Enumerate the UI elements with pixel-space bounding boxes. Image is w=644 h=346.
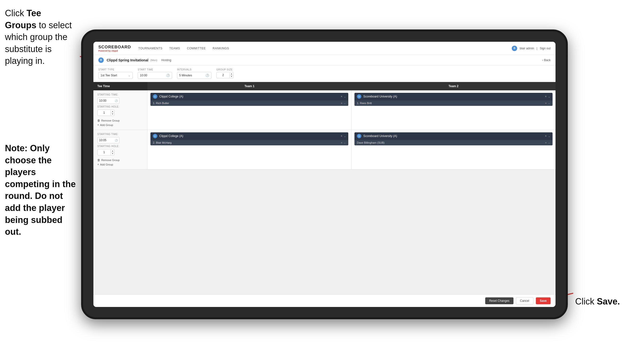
player-remove-2-2[interactable]: × [545, 141, 547, 144]
controls-row: Start Type 1st Tee Start ⌄ Start Time 10… [94, 65, 556, 82]
stepper-down-button[interactable]: ▼ [230, 75, 233, 78]
chevron-down-icon: ⌄ [128, 74, 130, 77]
annotation-top-bold: Tee Groups [5, 8, 41, 30]
hole-stepper-down-1[interactable]: ▼ [111, 113, 114, 115]
intervals-input[interactable]: 5 Minutes 🕐 [177, 72, 212, 79]
team2-name-2: Scoreboard University (A) [363, 134, 543, 138]
footer-bar: Reset Changes Cancel Save [94, 295, 556, 307]
starting-hole-stepper-1[interactable]: 1 ▲ ▼ [97, 109, 114, 116]
team1-name-2: Clippd College (A) [159, 134, 339, 138]
plus-icon: + [97, 123, 99, 127]
navbar-right: B blair admin | Sign out [512, 46, 550, 51]
add-group-button-2[interactable]: + Add Group [97, 163, 143, 166]
team2-col-2: S Scoreboard University (A) × ⌄ Dave Bil… [352, 130, 556, 169]
col-team2: Team 2 [352, 82, 556, 90]
sign-out-link[interactable]: Sign out [540, 47, 550, 50]
table-header: Tee Time Team 1 Team 2 [94, 82, 556, 90]
player-name-1-2: 2. Blair McHarg [153, 141, 341, 144]
group-size-stepper[interactable]: 2 ▲ ▼ [216, 72, 234, 78]
remove-group-button-2[interactable]: 🗑 Remove Group [97, 158, 143, 162]
team2-chevron-1: ⌄ [548, 95, 550, 98]
annotation-bottom-left: Note: Only choose the players competing … [0, 142, 81, 238]
annotation-save-bold: Save. [597, 296, 620, 307]
team1-logo-2: C [153, 134, 157, 138]
start-time-input[interactable]: 10:00 🕐 [138, 72, 172, 79]
main-nav: TOURNAMENTS TEAMS COMMITTEE RANKINGS [138, 47, 512, 50]
col-team1: Team 1 [148, 82, 352, 90]
starting-hole-label-1: STARTING HOLE: [97, 105, 143, 108]
team1-remove-2[interactable]: × [341, 134, 342, 138]
team1-col-2: C Clippd College (A) × ⌄ 2. Blair McHarg… [148, 130, 352, 169]
team1-name-1: Clippd College (A) [159, 95, 339, 98]
starting-time-input-1[interactable]: 10:00 🕐 [97, 97, 120, 104]
start-type-input[interactable]: 1st Tee Start ⌄ [98, 72, 133, 79]
user-name: blair admin [520, 47, 534, 50]
group-actions-1: 🗑 Remove Group + Add Group [97, 119, 143, 127]
player-actions-1-2: × ⌄ [341, 141, 346, 144]
team1-card-1[interactable]: C Clippd College (A) × ⌄ 1. Rich Butler … [150, 93, 348, 106]
team1-remove-1[interactable]: × [341, 95, 342, 98]
stepper-buttons: ▲ ▼ [230, 73, 233, 78]
nav-committee[interactable]: COMMITTEE [187, 47, 206, 50]
player-remove-2-1[interactable]: × [545, 102, 547, 105]
player-name-2-2: Dave Billingham (SUB) [357, 141, 545, 144]
team2-remove-2[interactable]: × [545, 134, 547, 138]
team2-header-2: S Scoreboard University (A) × ⌄ [354, 132, 552, 140]
starting-time-input-2[interactable]: 10:05 🕐 [97, 137, 120, 143]
annotation-bottom-left-text: Note: Only choose the players competing … [5, 143, 76, 237]
team2-card-1[interactable]: S Scoreboard University (A) × ⌄ 1. Rees … [354, 93, 552, 106]
hole-stepper-down-2[interactable]: ▼ [111, 152, 114, 155]
hole-stepper-buttons-1: ▲ ▼ [110, 110, 114, 115]
clock-icon-2: 🕐 [206, 74, 209, 77]
team2-remove-1[interactable]: × [545, 95, 547, 98]
annotation-top: Click Tee Groups to select which group t… [0, 0, 79, 74]
team1-actions-1: × ⌄ [341, 95, 346, 98]
player-chevron-1-1: ⌄ [344, 102, 346, 104]
group-actions-2: 🗑 Remove Group + Add Group [97, 158, 143, 166]
team1-chevron-1: ⌄ [344, 95, 346, 98]
player-remove-1-2[interactable]: × [341, 141, 342, 144]
tournament-gender: (Men) [150, 59, 158, 62]
player-row-2-1: 1. Rees Britt × ⌄ [354, 100, 552, 106]
add-group-button-1[interactable]: + Add Group [97, 123, 143, 127]
team1-logo-1: C [153, 94, 157, 99]
team1-header-2: C Clippd College (A) × ⌄ [150, 132, 348, 140]
tee-group-1-left: STARTING TIME: 10:00 🕐 STARTING HOLE: 1 … [94, 90, 148, 130]
tournament-logo: B [98, 57, 104, 63]
stepper-up-button[interactable]: ▲ [230, 73, 233, 75]
team2-chevron-2: ⌄ [548, 135, 550, 137]
group-size-value: 2 [216, 73, 230, 77]
clock-icon-4: 🕐 [115, 139, 118, 142]
team2-card-2[interactable]: S Scoreboard University (A) × ⌄ Dave Bil… [354, 132, 552, 145]
team2-actions-2: × ⌄ [545, 134, 550, 138]
clock-icon: 🕐 [166, 74, 170, 77]
reset-changes-button[interactable]: Reset Changes [485, 297, 514, 304]
player-name-1-1: 1. Rich Butler [153, 102, 341, 105]
start-type-group: Start Type 1st Tee Start ⌄ [98, 68, 133, 79]
annotation-top-text: Click Tee Groups to select which group t… [5, 8, 72, 66]
separator: | [536, 47, 537, 50]
nav-rankings[interactable]: RANKINGS [212, 47, 229, 50]
cancel-button[interactable]: Cancel [516, 297, 534, 305]
team1-chevron-2: ⌄ [344, 135, 346, 137]
save-button[interactable]: Save [536, 297, 550, 304]
nav-teams[interactable]: TEAMS [169, 47, 180, 50]
group-size-label: Group Size [216, 68, 234, 71]
hosting-label: Hosting [161, 58, 171, 62]
trash-icon: 🗑 [97, 119, 100, 122]
remove-group-button-1[interactable]: 🗑 Remove Group [97, 119, 143, 122]
tee-group-1: STARTING TIME: 10:00 🕐 STARTING HOLE: 1 … [94, 90, 556, 130]
starting-hole-stepper-2[interactable]: 1 ▲ ▼ [97, 149, 114, 155]
nav-tournaments[interactable]: TOURNAMENTS [138, 47, 162, 50]
team1-card-2[interactable]: C Clippd College (A) × ⌄ 2. Blair McHarg… [150, 132, 348, 145]
hole-stepper-buttons-2: ▲ ▼ [110, 150, 114, 155]
intervals-value: 5 Minutes [179, 74, 206, 77]
player-remove-1-1[interactable]: × [341, 102, 342, 105]
hole-stepper-up-2[interactable]: ▲ [111, 150, 114, 152]
hole-stepper-up-1[interactable]: ▲ [111, 110, 114, 113]
player-actions-2-1: × ⌄ [545, 102, 550, 105]
player-row-2-2: Dave Billingham (SUB) × ⌄ [354, 140, 552, 145]
back-button[interactable]: Back [542, 58, 550, 62]
start-time-group: Start Time 10:00 🕐 [138, 68, 172, 79]
logo-powered-text: Powered by clippd [98, 50, 131, 52]
